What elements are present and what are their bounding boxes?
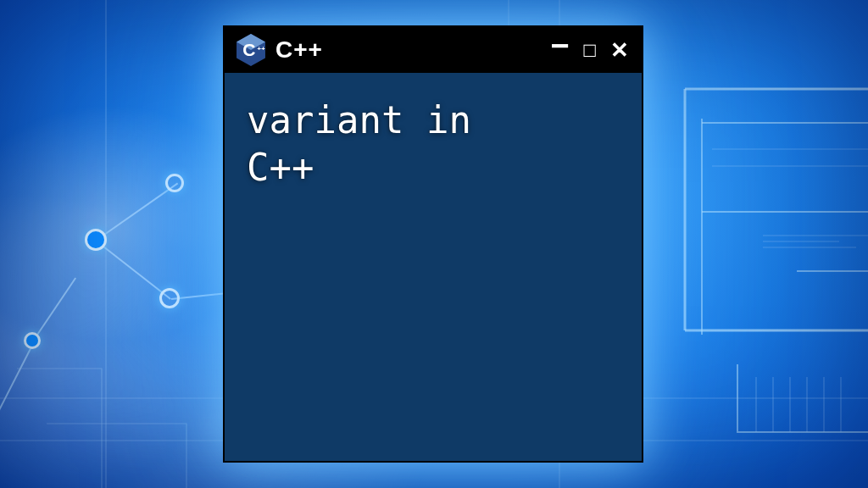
window-body: variant in C++ [225,73,642,461]
svg-text:C: C [242,40,256,59]
titlebar[interactable]: C + + C++ − □ ✕ [225,27,642,73]
cpp-logo-icon: C + + [236,34,265,66]
maximize-button[interactable]: □ [584,40,598,60]
content-line-2: C++ [247,144,620,191]
svg-text:+: + [257,45,261,53]
minimize-button[interactable]: − [550,30,570,62]
app-window: C + + C++ − □ ✕ variant in C++ [223,25,643,463]
window-title: C++ [275,36,323,64]
svg-text:+: + [261,45,265,53]
close-button[interactable]: ✕ [610,39,630,61]
content-line-1: variant in [247,97,620,144]
